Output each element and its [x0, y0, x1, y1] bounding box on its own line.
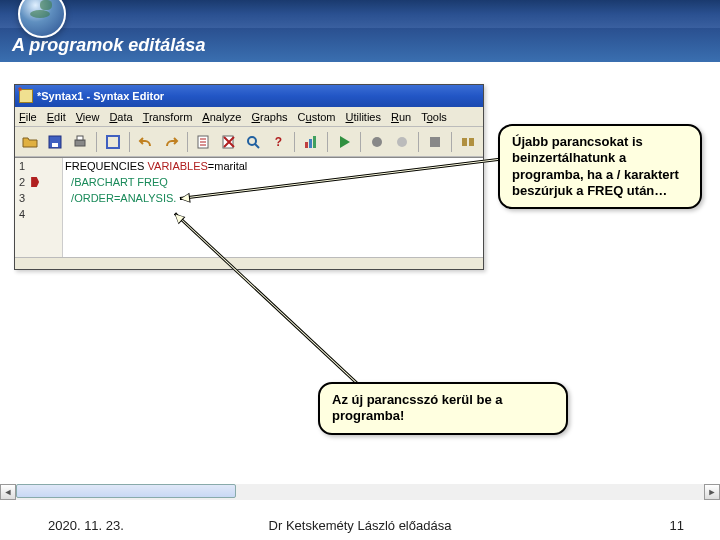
find-icon[interactable]	[243, 131, 265, 153]
separator	[418, 132, 419, 152]
help-icon[interactable]: ?	[267, 131, 289, 153]
line-number: 2	[19, 176, 25, 188]
open-icon[interactable]	[19, 131, 41, 153]
print-icon[interactable]	[69, 131, 91, 153]
slide-title-bar: A programok editálása	[0, 28, 720, 62]
horizontal-scrollbar[interactable]: ◄ ►	[0, 484, 720, 500]
line-gutter: 1 2 3 4	[15, 158, 63, 257]
svg-rect-4	[107, 136, 119, 148]
menu-utilities[interactable]: Utilities	[346, 111, 381, 123]
footer-page: 11	[670, 518, 684, 533]
tool4-icon[interactable]	[457, 131, 479, 153]
menu-custom[interactable]: Custom	[298, 111, 336, 123]
scroll-left-icon[interactable]: ◄	[0, 484, 16, 500]
syntax-editor-window: *Syntax1 - Syntax Editor File Edit View …	[14, 84, 484, 270]
scroll-track[interactable]	[16, 484, 704, 500]
editor-body: 1 2 3 4 FREQUENCIES VARIABLES=marital /B…	[15, 157, 483, 257]
code-area[interactable]: FREQUENCIES VARIABLES=marital /BARCHART …	[63, 158, 483, 257]
scroll-thumb[interactable]	[16, 484, 236, 498]
svg-rect-14	[462, 138, 467, 146]
footer-date: 2020. 11. 23.	[48, 518, 124, 533]
chart-icon[interactable]	[300, 131, 322, 153]
svg-rect-8	[305, 142, 308, 148]
code-line: /ORDER=ANALYSIS.	[65, 192, 483, 208]
separator	[129, 132, 130, 152]
svg-rect-10	[313, 136, 316, 148]
svg-point-7	[248, 137, 256, 145]
run-marker-icon	[31, 177, 39, 187]
save-icon[interactable]	[44, 131, 66, 153]
window-titlebar[interactable]: *Syntax1 - Syntax Editor	[15, 85, 483, 107]
tool3-icon[interactable]	[424, 131, 446, 153]
tool2-icon[interactable]	[391, 131, 413, 153]
separator	[360, 132, 361, 152]
line-number: 4	[19, 208, 25, 220]
run-icon[interactable]	[333, 131, 355, 153]
line-number: 3	[19, 192, 25, 204]
window-icon	[19, 89, 33, 103]
menu-transform[interactable]: Transform	[143, 111, 193, 123]
menu-analyze[interactable]: Analyze	[202, 111, 241, 123]
separator	[327, 132, 328, 152]
menubar: File Edit View Data Transform Analyze Gr…	[15, 107, 483, 127]
svg-rect-9	[309, 139, 312, 148]
separator	[96, 132, 97, 152]
separator	[294, 132, 295, 152]
svg-rect-15	[469, 138, 474, 146]
svg-rect-1	[52, 143, 58, 147]
goto-icon[interactable]	[193, 131, 215, 153]
code-line	[65, 208, 483, 224]
menu-graphs[interactable]: Graphs	[251, 111, 287, 123]
window-title: *Syntax1 - Syntax Editor	[37, 90, 164, 102]
svg-point-11	[372, 137, 382, 147]
toolbar: ?	[15, 127, 483, 157]
menu-tools[interactable]: Tools	[421, 111, 447, 123]
svg-rect-13	[430, 137, 440, 147]
footer-author: Dr Ketskeméty László előadása	[269, 518, 452, 533]
menu-view[interactable]: View	[76, 111, 100, 123]
status-strip	[15, 257, 483, 269]
undo-icon[interactable]	[135, 131, 157, 153]
scroll-right-icon[interactable]: ►	[704, 484, 720, 500]
recall-icon[interactable]	[102, 131, 124, 153]
separator	[187, 132, 188, 152]
svg-rect-2	[75, 140, 85, 146]
menu-edit[interactable]: Edit	[47, 111, 66, 123]
slide-body: *Syntax1 - Syntax Editor File Edit View …	[0, 62, 720, 540]
menu-file[interactable]: File	[19, 111, 37, 123]
delete-icon[interactable]	[218, 131, 240, 153]
code-line: /BARCHART FREQ	[65, 176, 483, 192]
callout-new-keyword: Az új parancsszó kerül be a programba!	[318, 382, 568, 435]
svg-rect-3	[77, 136, 83, 140]
slide-footer: 2020. 11. 23. Dr Ketskeméty László előad…	[0, 510, 720, 540]
menu-data[interactable]: Data	[109, 111, 132, 123]
redo-icon[interactable]	[160, 131, 182, 153]
menu-run[interactable]: Run	[391, 111, 411, 123]
line-number: 1	[19, 160, 25, 172]
tool1-icon[interactable]	[366, 131, 388, 153]
banner	[0, 0, 720, 28]
callout-insert-command: Újabb parancsokat is beinzertálhatunk a …	[498, 124, 702, 209]
separator	[451, 132, 452, 152]
svg-point-12	[397, 137, 407, 147]
